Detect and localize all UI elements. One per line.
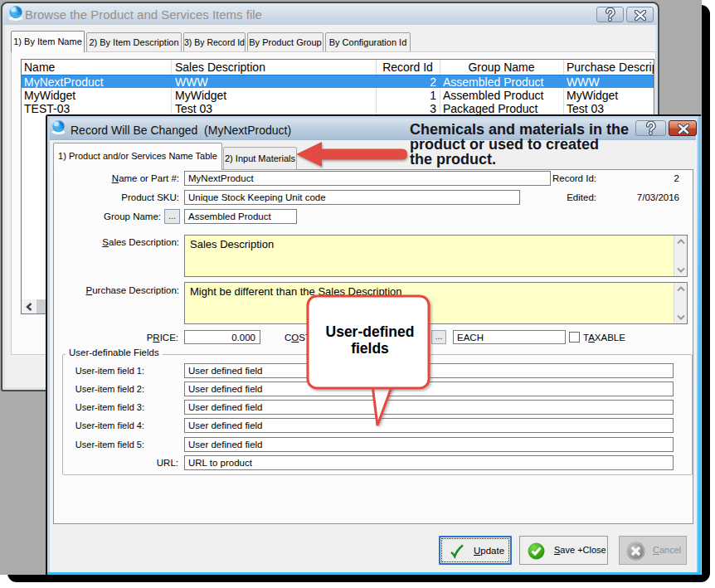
- svg-text:fields: fields: [351, 340, 389, 357]
- svg-text:User-defined: User-defined: [326, 323, 415, 340]
